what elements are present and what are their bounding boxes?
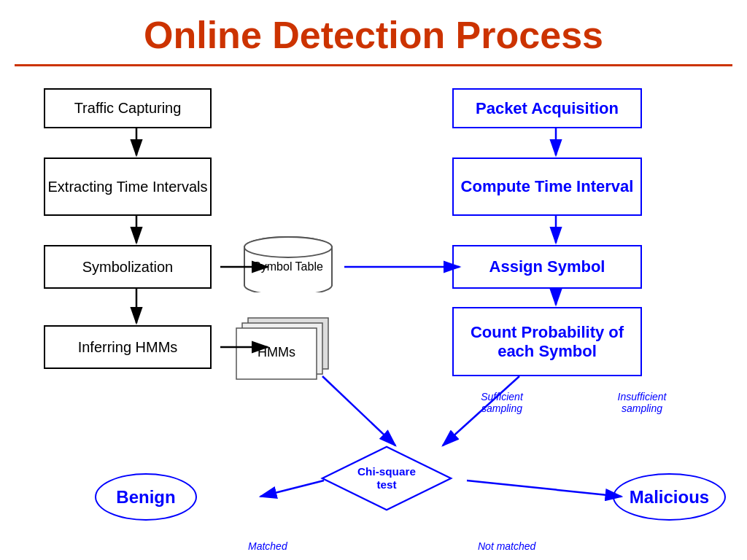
symbol-table-cylinder: Symbol Table bbox=[241, 234, 336, 292]
packet-acquisition-box: Packet Acquisition bbox=[452, 88, 642, 128]
sufficient-label: Sufficient sampling bbox=[473, 391, 531, 414]
malicious-ellipse: Malicious bbox=[613, 473, 726, 521]
svg-line-29 bbox=[467, 481, 622, 497]
svg-text:Chi-square: Chi-square bbox=[357, 465, 416, 478]
extracting-time-box: Extracting Time Intervals bbox=[44, 158, 212, 216]
not-matched-label: Not matched bbox=[478, 540, 535, 552]
insufficient-label: Insufficient sampling bbox=[609, 391, 675, 414]
matched-label: Matched bbox=[248, 540, 287, 552]
chi-square-diamond: Chi-square test bbox=[314, 446, 460, 511]
count-probability-box: Count Probability of each Symbol bbox=[452, 307, 642, 376]
title-divider bbox=[15, 64, 732, 66]
hmms-3d-box: HMMs bbox=[233, 314, 343, 380]
inferring-hmms-box: Inferring HMMs bbox=[44, 325, 212, 369]
traffic-capturing-box: Traffic Capturing bbox=[44, 88, 212, 128]
diagram-area: Traffic Capturing Extracting Time Interv… bbox=[0, 74, 747, 553]
symbolization-box: Symbolization bbox=[44, 245, 212, 289]
svg-text:Symbol Table: Symbol Table bbox=[253, 260, 323, 273]
page-title: Online Detection Process bbox=[0, 0, 747, 64]
assign-symbol-box: Assign Symbol bbox=[452, 245, 642, 289]
svg-line-27 bbox=[322, 376, 395, 446]
benign-ellipse: Benign bbox=[95, 473, 197, 521]
svg-text:HMMs: HMMs bbox=[258, 345, 295, 359]
compute-time-box: Compute Time Interval bbox=[452, 158, 642, 216]
svg-point-6 bbox=[244, 237, 332, 257]
svg-text:test: test bbox=[376, 478, 396, 491]
